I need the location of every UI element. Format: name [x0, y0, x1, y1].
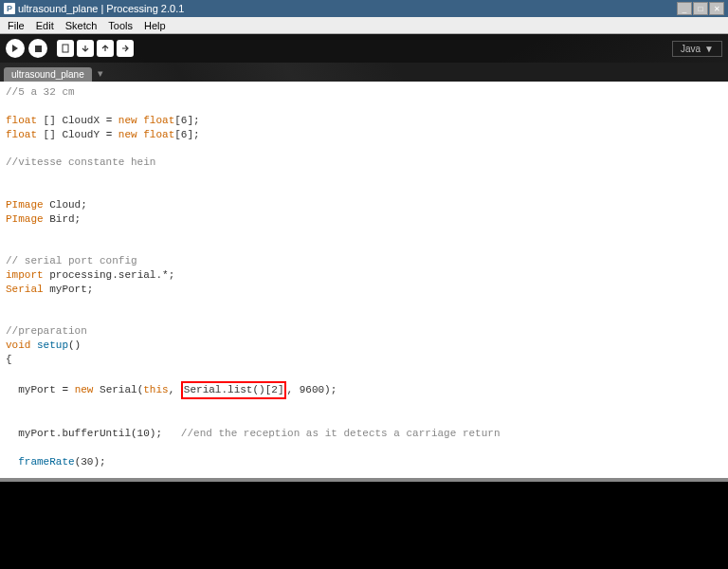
- export-icon: [120, 44, 130, 53]
- tab-menu-button[interactable]: ▾: [98, 67, 103, 82]
- window-title: ultrasound_plane | Processing 2.0.1: [18, 3, 184, 14]
- save-icon: [100, 44, 110, 53]
- menubar: File Edit Sketch Tools Help: [0, 17, 728, 34]
- toolbar: Java ▼: [0, 34, 728, 63]
- open-icon: [81, 44, 90, 53]
- mode-dropdown[interactable]: Java ▼: [672, 41, 722, 57]
- tab-label: ultrasound_plane: [11, 69, 84, 80]
- new-icon: [61, 44, 70, 53]
- stop-button[interactable]: [28, 39, 47, 58]
- close-button[interactable]: ✕: [709, 2, 724, 15]
- window-controls: _ □ ✕: [677, 2, 724, 15]
- titlebar: P ultrasound_plane | Processing 2.0.1 _ …: [0, 0, 728, 17]
- svg-rect-0: [63, 45, 68, 52]
- export-button[interactable]: [117, 40, 134, 57]
- menu-edit[interactable]: Edit: [30, 18, 60, 33]
- minimize-button[interactable]: _: [677, 2, 692, 15]
- maximize-button[interactable]: □: [693, 2, 708, 15]
- open-button[interactable]: [77, 40, 94, 57]
- code-content: //5 a 32 cm float [] CloudX = new float[…: [2, 85, 726, 478]
- run-button[interactable]: [6, 39, 25, 58]
- code-editor[interactable]: //5 a 32 cm float [] CloudX = new float[…: [0, 82, 728, 478]
- menu-sketch[interactable]: Sketch: [60, 18, 103, 33]
- tab-sketch[interactable]: ultrasound_plane: [4, 67, 92, 82]
- menu-file[interactable]: File: [2, 18, 30, 33]
- console[interactable]: [0, 482, 728, 569]
- processing-icon: P: [4, 3, 15, 14]
- play-icon: [12, 45, 18, 52]
- tabbar: ultrasound_plane ▾: [0, 63, 728, 82]
- new-button[interactable]: [57, 40, 74, 57]
- mode-label: Java: [681, 44, 701, 54]
- highlighted-serial-code: Serial.list()[2]: [181, 381, 287, 399]
- menu-help[interactable]: Help: [138, 18, 172, 33]
- stop-icon: [35, 46, 42, 52]
- menu-tools[interactable]: Tools: [102, 18, 138, 33]
- chevron-down-icon: ▼: [704, 44, 714, 54]
- save-button[interactable]: [97, 40, 114, 57]
